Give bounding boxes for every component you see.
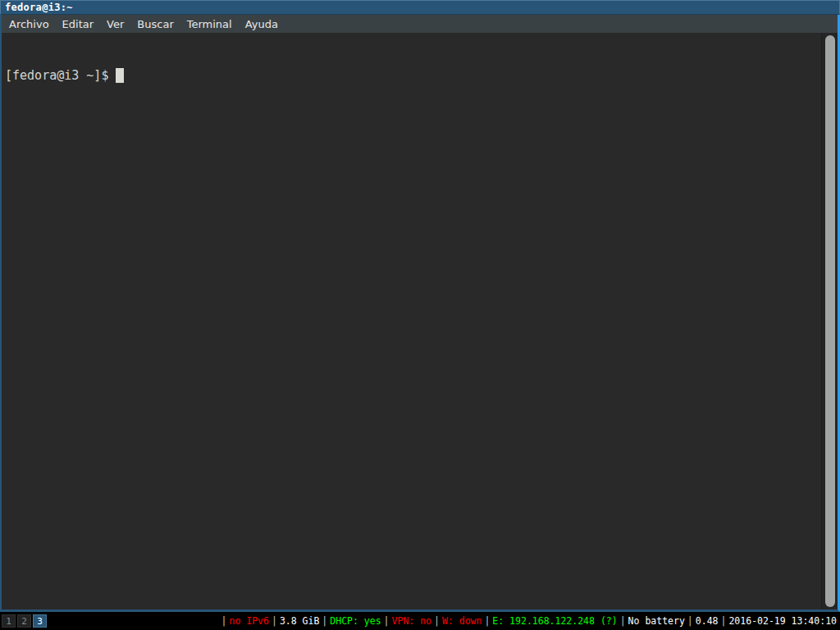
status-item: | DHCP: yes xyxy=(319,615,381,627)
scrollbar-thumb[interactable] xyxy=(825,35,835,607)
status-separator: | xyxy=(620,615,626,627)
terminal-cursor xyxy=(116,68,124,83)
terminal-screen[interactable]: [fedora@i3 ~]$ xyxy=(2,33,838,609)
window-title: fedora@i3:~ xyxy=(5,2,73,13)
status-line: | no IPv6 | 3.8 GiB | DHCP: yes | VPN: n… xyxy=(219,615,838,627)
menubar-item[interactable]: Ayuda xyxy=(245,18,278,30)
workspace-switcher: 123 xyxy=(2,614,48,628)
status-text: W: down xyxy=(442,615,482,627)
terminal-window: ArchivoEditarVerBuscarTerminalAyuda [fed… xyxy=(0,15,840,612)
status-text: DHCP: yes xyxy=(330,615,381,627)
menubar: ArchivoEditarVerBuscarTerminalAyuda xyxy=(2,15,838,33)
status-separator: | xyxy=(721,615,727,627)
status-text: 2016-02-19 13:40:10 xyxy=(728,615,837,627)
status-item: | VPN: no xyxy=(381,615,431,627)
status-item: | no IPv6 xyxy=(219,615,269,627)
desktop: fedora@i3:~ ArchivoEditarVerBuscarTermin… xyxy=(0,0,840,630)
status-item: | E: 192.168.122.248 (?) xyxy=(482,615,617,627)
workspace-button[interactable]: 1 xyxy=(2,614,16,628)
status-text: E: 192.168.122.248 (?) xyxy=(492,615,617,627)
menubar-item[interactable]: Archivo xyxy=(9,18,49,30)
status-text: 3.8 GiB xyxy=(280,615,319,627)
workspace-button[interactable]: 2 xyxy=(17,614,31,628)
status-text: VPN: no xyxy=(392,615,431,627)
status-separator: | xyxy=(687,615,693,627)
status-text: no IPv6 xyxy=(229,615,268,627)
status-separator: | xyxy=(272,615,277,627)
prompt-line: [fedora@i3 ~]$ xyxy=(5,67,838,84)
status-separator: | xyxy=(322,615,327,627)
status-separator: | xyxy=(434,615,440,627)
status-item: | W: down xyxy=(431,615,482,627)
menubar-item[interactable]: Editar xyxy=(62,18,94,30)
status-text: 0.48 xyxy=(696,615,719,627)
status-text: No battery xyxy=(628,615,685,627)
status-separator: | xyxy=(384,615,390,627)
window-titlebar[interactable]: fedora@i3:~ xyxy=(0,0,840,15)
status-item: | No battery xyxy=(618,615,685,627)
status-item: | 2016-02-19 13:40:10 xyxy=(719,615,838,627)
status-item: | 3.8 GiB xyxy=(269,615,319,627)
scrollbar[interactable] xyxy=(821,33,838,609)
menubar-item[interactable]: Terminal xyxy=(187,18,232,30)
status-separator: | xyxy=(221,615,227,627)
shell-prompt: [fedora@i3 ~]$ xyxy=(5,67,108,84)
menubar-item[interactable]: Buscar xyxy=(137,18,173,30)
status-separator: | xyxy=(484,615,490,627)
status-item: | 0.48 xyxy=(685,615,719,627)
menubar-item[interactable]: Ver xyxy=(107,18,124,30)
i3bar: 123 | no IPv6 | 3.8 GiB | DHCP: yes | VP… xyxy=(0,612,840,630)
workspace-button[interactable]: 3 xyxy=(33,614,47,628)
